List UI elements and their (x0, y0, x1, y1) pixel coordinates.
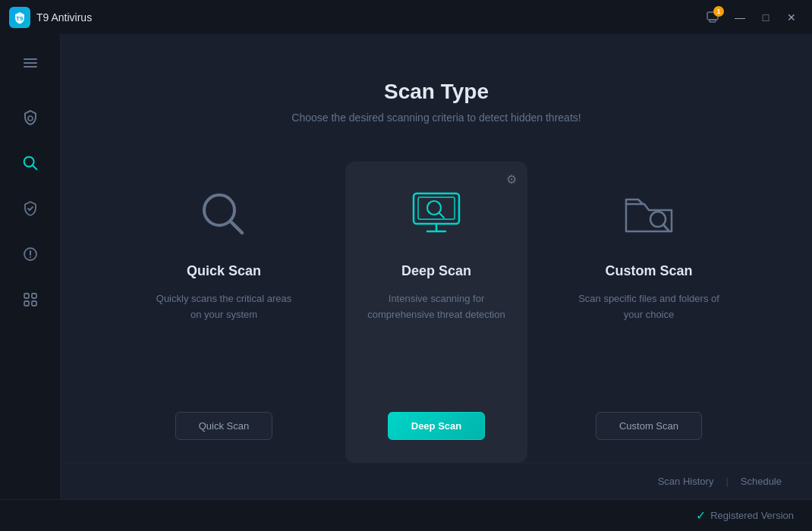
notification-badge: 1 (713, 6, 724, 17)
sidebar-item-security[interactable] (11, 189, 50, 228)
maximize-button[interactable]: □ (754, 6, 777, 29)
sidebar-item-block[interactable] (11, 234, 50, 274)
bottom-bar: ✓ Registered Version (0, 499, 812, 531)
app-logo: T9 T9 Antivirus (9, 7, 92, 28)
minimize-button[interactable]: — (729, 6, 751, 29)
svg-rect-19 (418, 197, 455, 219)
page-title: Scan Type (61, 80, 812, 104)
sidebar (0, 34, 61, 499)
quick-scan-desc: Quickly scans the critical areas on your… (151, 291, 297, 391)
deep-scan-title: Deep Scan (401, 263, 471, 279)
custom-scan-button[interactable]: Custom Scan (596, 412, 702, 440)
svg-text:T9: T9 (16, 15, 24, 22)
main-layout: Scan Type Choose the desired scanning cr… (0, 34, 812, 499)
content-area: Scan Type Choose the desired scanning cr… (61, 34, 812, 499)
deep-scan-card[interactable]: ⚙ Deep Scan In (345, 162, 527, 463)
svg-line-23 (439, 213, 445, 218)
quick-scan-title: Quick Scan (187, 263, 261, 279)
window-controls: 1 — □ ✕ (700, 5, 803, 30)
close-button[interactable]: ✕ (780, 6, 803, 29)
svg-rect-12 (24, 294, 29, 298)
deep-scan-desc: Intensive scanning for comprehensive thr… (364, 291, 509, 391)
svg-line-25 (663, 225, 669, 231)
svg-rect-2 (710, 20, 716, 22)
content-footer: Scan History | Schedule (61, 463, 812, 499)
svg-point-11 (30, 256, 31, 258)
deep-scan-icon (406, 184, 467, 245)
app-title: T9 Antivirus (36, 11, 92, 24)
scan-history-link[interactable]: Scan History (658, 476, 714, 487)
page-subtitle: Choose the desired scanning criteria to … (61, 112, 812, 124)
custom-scan-desc: Scan specific files and folders of your … (576, 291, 722, 391)
custom-scan-icon (618, 184, 679, 245)
svg-rect-13 (32, 294, 36, 298)
quick-scan-card[interactable]: Quick Scan Quickly scans the critical ar… (133, 162, 315, 463)
schedule-link[interactable]: Schedule (741, 476, 782, 487)
logo-icon: T9 (9, 7, 30, 28)
svg-line-17 (231, 222, 242, 233)
sidebar-item-scan[interactable] (11, 143, 50, 183)
quick-scan-icon (194, 184, 254, 245)
registered-badge: ✓ Registered Version (696, 508, 794, 523)
footer-divider: | (725, 476, 728, 487)
custom-scan-card[interactable]: Custom Scan Scan specific files and fold… (558, 162, 740, 463)
registered-text: Registered Version (710, 510, 794, 521)
svg-rect-15 (32, 301, 36, 306)
page-header: Scan Type Choose the desired scanning cr… (61, 34, 812, 162)
registered-icon: ✓ (696, 508, 706, 523)
svg-point-6 (28, 116, 33, 121)
title-bar: T9 T9 Antivirus 1 — □ ✕ (0, 0, 812, 34)
sidebar-item-apps[interactable] (11, 280, 50, 319)
sidebar-item-protection[interactable] (11, 98, 50, 137)
custom-scan-title: Custom Scan (605, 263, 692, 279)
svg-line-8 (33, 165, 36, 169)
deep-scan-settings-icon[interactable]: ⚙ (506, 172, 517, 187)
deep-scan-button[interactable]: Deep Scan (388, 412, 485, 440)
scan-cards-container: Quick Scan Quickly scans the critical ar… (61, 162, 812, 463)
notification-button[interactable]: 1 (700, 5, 725, 30)
quick-scan-button[interactable]: Quick Scan (175, 412, 272, 440)
svg-rect-14 (24, 301, 29, 306)
sidebar-menu-button[interactable] (14, 46, 47, 80)
